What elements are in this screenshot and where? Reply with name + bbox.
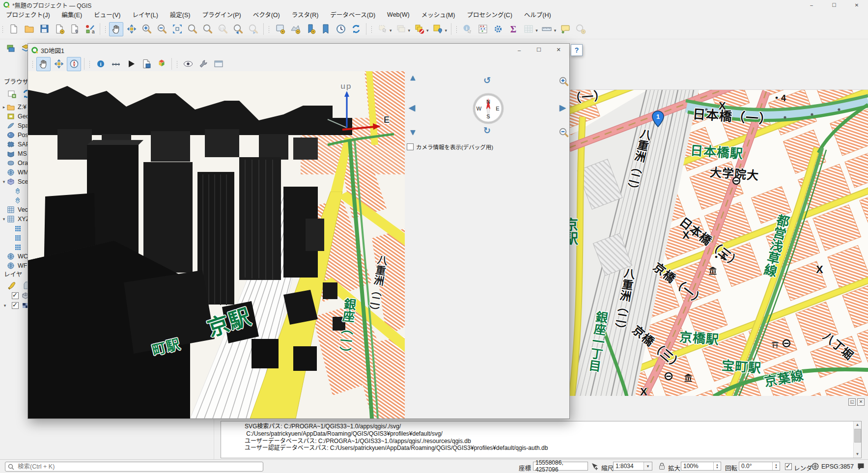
zoom-out-icon[interactable] xyxy=(155,22,169,36)
menu-3[interactable]: ビュー(V) xyxy=(88,9,126,20)
pan-to-selection-icon[interactable] xyxy=(124,22,139,36)
measure-icon[interactable] xyxy=(540,22,554,36)
crs-globe-icon[interactable] xyxy=(812,463,819,472)
menu-10[interactable]: Web(W) xyxy=(381,10,416,19)
statistics-icon[interactable] xyxy=(476,22,490,36)
camera-debug-row[interactable]: カメラ情報を表示(デバッグ用) xyxy=(407,143,493,151)
zoom-last-icon[interactable] xyxy=(231,22,245,36)
menu-5[interactable]: 設定(S) xyxy=(164,9,196,20)
scale-dropdown-icon[interactable]: ▼ xyxy=(644,462,652,470)
scroll-up-icon[interactable]: ▲ xyxy=(854,421,861,428)
data-source-manager-icon[interactable] xyxy=(3,41,18,56)
select-by-value-dropdown-icon[interactable]: ▾ xyxy=(408,28,411,33)
temporal-controller-icon[interactable] xyxy=(334,22,348,36)
map3d-minimize-button[interactable]: – xyxy=(509,44,529,56)
help-icon[interactable]: ? xyxy=(575,46,579,54)
log-popout-icon[interactable]: ◱ xyxy=(848,398,856,406)
marker-pin[interactable]: 1 xyxy=(651,111,665,129)
render-checkbox[interactable] xyxy=(785,463,792,470)
scroll-thumb[interactable] xyxy=(854,429,861,443)
camera-pan-icon[interactable] xyxy=(36,57,51,71)
new-3d-map-view-icon[interactable] xyxy=(288,22,302,36)
help-window[interactable]: ? xyxy=(571,44,583,56)
select-features-dropdown-icon[interactable]: ▾ xyxy=(390,28,392,33)
rotation-spin-icons[interactable]: ▲▼ xyxy=(772,462,780,470)
project-save-icon[interactable] xyxy=(37,22,51,36)
menu-6[interactable]: プラグイン(P) xyxy=(196,9,247,20)
expander-icon[interactable]: ▾ xyxy=(1,217,7,222)
lock-icon[interactable] xyxy=(658,462,666,472)
close-button[interactable]: ✕ xyxy=(845,0,868,10)
extent-icon[interactable] xyxy=(590,463,598,473)
menu-2[interactable]: 編集(E) xyxy=(56,9,88,20)
attribute-table-dropdown-icon[interactable]: ▾ xyxy=(535,28,538,33)
animations-icon[interactable] xyxy=(124,57,138,71)
nav-left-button[interactable]: ◀ xyxy=(409,103,415,113)
processing-toolbox-icon[interactable] xyxy=(491,22,505,36)
identify-3d-icon[interactable]: i xyxy=(93,57,108,71)
show-bookmarks-icon[interactable] xyxy=(318,22,333,36)
scale-combo[interactable]: 1:8034 ▼ xyxy=(613,462,652,471)
layer-styling-icon[interactable] xyxy=(4,278,19,292)
deselect-icon[interactable] xyxy=(412,22,426,36)
zoom-out-3d-button[interactable] xyxy=(559,127,569,140)
style-manager-icon[interactable]: a xyxy=(83,22,97,36)
messages-icon[interactable] xyxy=(857,462,865,473)
layer-visibility-checkbox[interactable] xyxy=(12,302,19,309)
nav-up-button[interactable]: ▲ xyxy=(409,73,417,83)
show-layout-manager-icon[interactable] xyxy=(67,22,82,36)
menu-8[interactable]: ラスタ(R) xyxy=(286,9,325,20)
zoom-in-icon[interactable] xyxy=(140,22,154,36)
menu-9[interactable]: データベース(D) xyxy=(324,9,381,20)
menu-11[interactable]: メッシュ(M) xyxy=(416,9,461,20)
new-print-layout-icon[interactable] xyxy=(52,22,66,36)
export-scene-icon[interactable] xyxy=(154,57,168,71)
zoom-full-icon[interactable] xyxy=(170,22,184,36)
search-input[interactable] xyxy=(17,463,263,471)
rotate-cw-button[interactable]: ↻ xyxy=(483,125,491,136)
zoom-in-3d-button[interactable] xyxy=(559,76,569,89)
nav-right-button[interactable]: ▶ xyxy=(560,103,566,113)
map3d-viewport[interactable]: 八重洲（二）銀座（一）京駅町駅 up E xyxy=(28,71,405,418)
log-scrollbar[interactable]: ▲ ▼ xyxy=(853,421,861,458)
expander-icon[interactable]: ▸ xyxy=(1,105,7,110)
locator-search[interactable] xyxy=(5,462,263,472)
new-map-view-icon[interactable] xyxy=(273,22,287,36)
expander-icon[interactable]: ▾ xyxy=(2,303,8,308)
rotation-spinbox[interactable]: 0.0° ▲▼ xyxy=(739,462,780,471)
menu-7[interactable]: ベクタ(O) xyxy=(247,9,286,20)
navigation-mode-icon[interactable] xyxy=(67,57,81,71)
map3d-title-bar[interactable]: 3D地図1 – ☐ ✕ xyxy=(28,44,569,56)
scroll-down-icon[interactable]: ▼ xyxy=(854,451,861,458)
pan-map-icon[interactable] xyxy=(109,22,123,36)
menu-12[interactable]: プロセシング(C) xyxy=(461,9,518,20)
map3d-close-button[interactable]: ✕ xyxy=(549,44,568,56)
compass[interactable]: N S W E xyxy=(473,93,504,126)
select-by-form-dropdown-icon[interactable]: ▾ xyxy=(445,28,448,33)
refresh-icon[interactable] xyxy=(349,22,363,36)
log-close-icon[interactable]: ✕ xyxy=(857,398,865,406)
measure-line-icon[interactable] xyxy=(109,57,123,71)
project-new-icon[interactable] xyxy=(6,22,21,36)
layer-visibility-checkbox[interactable] xyxy=(12,292,19,299)
camera-rotate-icon[interactable] xyxy=(52,57,66,71)
coordinate-input[interactable]: 15558086, 4257096 xyxy=(533,462,588,471)
menu-4[interactable]: レイヤ(L) xyxy=(126,9,164,20)
show-sum-icon[interactable]: Σ xyxy=(506,22,520,36)
menu-1[interactable]: プロジェクト(J) xyxy=(0,9,56,20)
measure-dropdown-icon[interactable]: ▾ xyxy=(554,28,557,33)
deselect-dropdown-icon[interactable]: ▾ xyxy=(426,28,429,33)
options-icon[interactable] xyxy=(196,57,210,71)
zoom-to-selection-icon[interactable] xyxy=(200,22,215,36)
add-favorite-icon[interactable] xyxy=(4,86,19,101)
map3d-window[interactable]: 3D地図1 – ☐ ✕ i xyxy=(28,43,570,419)
map3d-maximize-button[interactable]: ☐ xyxy=(529,44,549,56)
minimize-button[interactable]: – xyxy=(800,0,823,10)
effects-icon[interactable] xyxy=(181,57,195,71)
zoom-to-layer-icon[interactable] xyxy=(185,22,199,36)
camera-debug-checkbox[interactable] xyxy=(407,143,414,150)
save-as-image-icon[interactable] xyxy=(139,57,153,71)
rotate-ccw-button[interactable]: ↺ xyxy=(483,75,491,86)
nav-down-button[interactable]: ▼ xyxy=(409,128,417,138)
map-canvas-2d[interactable]: （一）日本橋（一）日本橋駅大学院大八重洲（二）日本橋（三）京橋（一）都営浅草線八… xyxy=(569,89,868,396)
